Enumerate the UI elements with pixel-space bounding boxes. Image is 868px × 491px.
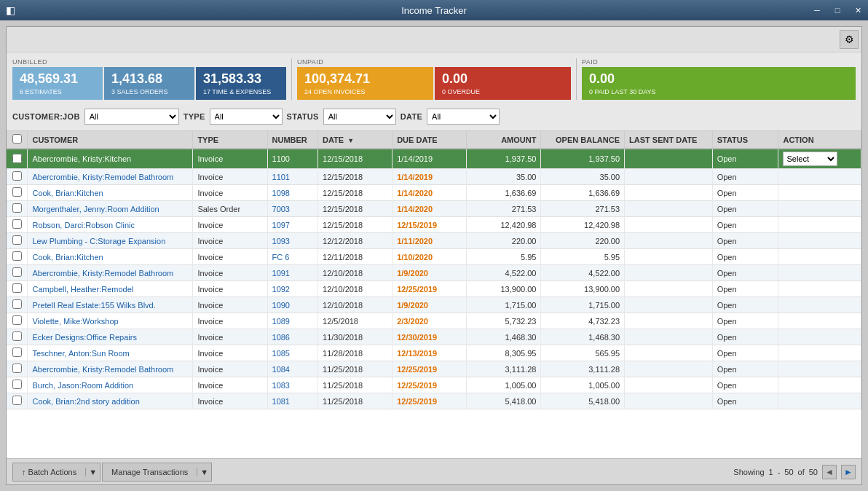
row-checkbox[interactable] bbox=[12, 364, 22, 373]
page-dash: - bbox=[778, 468, 781, 476]
col-header-openbal[interactable]: OPEN BALANCE bbox=[541, 131, 625, 149]
sales-orders-card[interactable]: 1,413.68 3 SALES ORDERS bbox=[104, 67, 194, 100]
row-lastsent bbox=[625, 217, 713, 233]
row-checkbox[interactable] bbox=[12, 219, 22, 229]
row-checkbox[interactable] bbox=[12, 171, 22, 181]
row-checkbox[interactable] bbox=[12, 251, 22, 261]
estimates-card[interactable]: 48,569.31 6 ESTIMATES bbox=[12, 67, 103, 100]
col-header-number[interactable]: NUMBER bbox=[267, 131, 318, 149]
col-header-duedate[interactable]: DUE DATE bbox=[392, 131, 467, 149]
next-page-button[interactable]: ► bbox=[841, 465, 856, 479]
row-checkbox[interactable] bbox=[12, 267, 22, 277]
row-check-cell bbox=[7, 297, 28, 313]
paid-card[interactable]: 0.00 0 PAID LAST 30 DAYS bbox=[582, 67, 856, 100]
row-date: 12/12/2018 bbox=[318, 233, 392, 249]
col-header-date[interactable]: DATE ▼ bbox=[318, 131, 392, 149]
action-select[interactable]: SelectReceive PaymentSend ReminderPrintE… bbox=[783, 152, 837, 166]
row-checkbox[interactable] bbox=[12, 299, 22, 309]
type-select[interactable]: All bbox=[210, 109, 283, 125]
transactions-table-container: CUSTOMER TYPE NUMBER DATE ▼ DUE DATE AMO… bbox=[7, 131, 861, 458]
settings-button[interactable]: ⚙ bbox=[840, 30, 859, 49]
row-customer: Abercrombie, Kristy:Remodel Bathroom bbox=[28, 265, 193, 281]
row-type: Invoice bbox=[193, 297, 267, 313]
unbilled-label: UNBILLED bbox=[12, 58, 286, 66]
col-header-check[interactable] bbox=[7, 131, 28, 149]
prev-page-button[interactable]: ◄ bbox=[822, 465, 837, 479]
batch-actions-button[interactable]: ↑ Batch Actions ▼ bbox=[12, 463, 100, 482]
col-header-amount[interactable]: AMOUNT bbox=[467, 131, 541, 149]
row-checkbox[interactable] bbox=[12, 235, 22, 245]
minimize-button[interactable]: ─ bbox=[807, 0, 827, 20]
close-button[interactable]: ✕ bbox=[848, 0, 868, 20]
overdue-card[interactable]: 0.00 0 OVERDUE bbox=[435, 67, 571, 100]
row-lastsent bbox=[625, 233, 713, 249]
row-number: FC 6 bbox=[267, 249, 318, 265]
row-date: 12/15/2018 bbox=[318, 185, 392, 201]
open-invoices-card[interactable]: 100,374.71 24 OPEN INVOICES bbox=[297, 67, 433, 100]
row-action bbox=[778, 217, 861, 233]
row-date: 11/25/2018 bbox=[318, 377, 392, 393]
row-checkbox[interactable] bbox=[12, 283, 22, 293]
row-status: Open bbox=[712, 185, 778, 201]
row-date: 12/5/2018 bbox=[318, 313, 392, 329]
batch-actions-arrow[interactable]: ▼ bbox=[85, 468, 100, 476]
row-action bbox=[778, 377, 861, 393]
row-lastsent bbox=[625, 149, 713, 169]
estimates-label: 6 ESTIMATES bbox=[20, 88, 95, 95]
row-type: Invoice bbox=[193, 185, 267, 201]
divider-1 bbox=[291, 58, 292, 100]
row-checkbox[interactable] bbox=[12, 154, 22, 163]
row-checkbox[interactable] bbox=[12, 331, 22, 341]
row-checkbox[interactable] bbox=[12, 347, 22, 357]
row-duedate: 1/14/2019 bbox=[392, 149, 467, 169]
table-row: Cook, Brian:Kitchen Invoice FC 6 12/11/2… bbox=[7, 249, 861, 265]
row-type: Invoice bbox=[193, 233, 267, 249]
row-date: 12/15/2018 bbox=[318, 201, 392, 217]
row-lastsent bbox=[625, 297, 713, 313]
row-action bbox=[778, 201, 861, 217]
status-select[interactable]: All bbox=[323, 109, 396, 125]
customer-job-label: CUSTOMER:JOB bbox=[12, 112, 80, 121]
row-lastsent bbox=[625, 169, 713, 185]
table-row: Cook, Brian:2nd story addition Invoice 1… bbox=[7, 393, 861, 409]
row-check-cell bbox=[7, 233, 28, 249]
row-checkbox[interactable] bbox=[12, 203, 22, 213]
col-header-customer[interactable]: CUSTOMER bbox=[28, 131, 193, 149]
maximize-button[interactable]: □ bbox=[827, 0, 848, 20]
time-expenses-card[interactable]: 31,583.33 17 TIME & EXPENSES bbox=[196, 67, 286, 100]
app-icon: ◧ bbox=[6, 4, 15, 16]
paid-label: PAID bbox=[582, 58, 856, 66]
col-header-action[interactable]: ACTION bbox=[778, 131, 861, 149]
manage-transactions-button[interactable]: Manage Transactions ▼ bbox=[102, 463, 212, 482]
row-number: 1083 bbox=[267, 377, 318, 393]
row-lastsent bbox=[625, 185, 713, 201]
row-checkbox[interactable] bbox=[12, 187, 22, 197]
row-openbal: 3,111.28 bbox=[541, 361, 625, 377]
table-row: Violette, Mike:Workshop Invoice 1089 12/… bbox=[7, 313, 861, 329]
overdue-label: 0 OVERDUE bbox=[442, 88, 564, 95]
unpaid-label: UNPAID bbox=[297, 58, 571, 66]
select-all-checkbox[interactable] bbox=[12, 134, 22, 144]
table-header-row: CUSTOMER TYPE NUMBER DATE ▼ DUE DATE AMO… bbox=[7, 131, 861, 149]
col-header-status[interactable]: STATUS bbox=[712, 131, 778, 149]
row-customer: Cook, Brian:2nd story addition bbox=[28, 393, 193, 409]
row-checkbox[interactable] bbox=[12, 396, 22, 405]
table-row: Abercrombie, Kristy:Remodel Bathroom Inv… bbox=[7, 169, 861, 185]
manage-transactions-arrow[interactable]: ▼ bbox=[197, 468, 211, 476]
row-amount: 271.53 bbox=[467, 201, 541, 217]
summary-section: UNBILLED 48,569.31 6 ESTIMATES 1,413.68 … bbox=[7, 52, 861, 103]
date-select[interactable]: All bbox=[427, 109, 500, 125]
row-date: 12/15/2018 bbox=[318, 149, 392, 169]
row-amount: 1,468.30 bbox=[467, 329, 541, 345]
customer-job-select[interactable]: All bbox=[84, 109, 179, 125]
row-duedate: 12/15/2019 bbox=[392, 217, 467, 233]
col-header-lastsent[interactable]: LAST SENT DATE bbox=[625, 131, 713, 149]
row-checkbox[interactable] bbox=[12, 315, 22, 325]
batch-actions-label: ↑ Batch Actions bbox=[13, 468, 85, 476]
row-duedate: 12/13/2019 bbox=[392, 345, 467, 361]
row-amount: 13,900.00 bbox=[467, 281, 541, 297]
col-header-type[interactable]: TYPE bbox=[193, 131, 267, 149]
table-row: Abercrombie, Kristy:Remodel Bathroom Inv… bbox=[7, 361, 861, 377]
row-checkbox[interactable] bbox=[12, 380, 22, 389]
transactions-table: CUSTOMER TYPE NUMBER DATE ▼ DUE DATE AMO… bbox=[7, 131, 861, 409]
